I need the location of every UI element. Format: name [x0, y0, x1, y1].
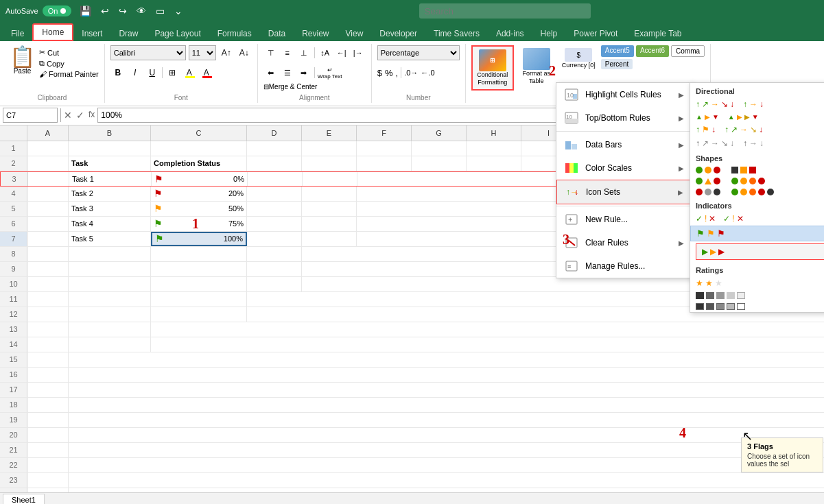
icon-row-shapes3[interactable]	[690, 187, 824, 197]
cell-e1[interactable]	[302, 141, 357, 156]
cell-a2[interactable]	[27, 156, 69, 171]
cell-d9[interactable]	[247, 262, 302, 276]
tab-power-pivot[interactable]: Power Pivot	[565, 26, 626, 41]
cell-a20[interactable]	[27, 428, 69, 442]
col-header-e[interactable]: E	[302, 125, 357, 141]
cell-b8[interactable]	[69, 247, 151, 261]
cell-a8[interactable]	[27, 247, 69, 261]
cell-d4[interactable]	[247, 187, 302, 201]
cell-a4[interactable]	[27, 187, 69, 201]
cell-g1[interactable]	[412, 141, 467, 156]
redo-button[interactable]: ↪	[116, 4, 130, 18]
icon-row-stars[interactable]: ★ ★ ★	[690, 276, 824, 290]
insert-function-icon[interactable]: fx	[89, 110, 95, 121]
paste-button[interactable]: 📋 Paste	[5, 45, 39, 76]
tab-add-ins[interactable]: Add-ins	[488, 26, 532, 41]
italic-button[interactable]: I	[128, 65, 143, 80]
tab-data[interactable]: Data	[260, 26, 294, 41]
cell-d5[interactable]	[247, 202, 302, 216]
highlight-cells-rules-item[interactable]: 10 Highlight Cells Rules ▶	[556, 83, 692, 106]
window-controls[interactable]: ▭	[153, 4, 167, 18]
tab-page-layout[interactable]: Page Layout	[146, 26, 209, 41]
cell-f1[interactable]	[357, 141, 412, 156]
number-format-select[interactable]: Percentage	[377, 45, 460, 60]
percent-style-button[interactable]: Percent	[601, 59, 633, 69]
cell-h1[interactable]	[467, 141, 521, 156]
autosave-toggle[interactable]: On	[43, 5, 72, 16]
currency-style-button[interactable]: $ Currency [0]	[559, 45, 598, 72]
cell-h2[interactable]	[467, 156, 521, 171]
cell-b12[interactable]	[69, 307, 151, 322]
icon-row-gray-arrows[interactable]: ↑ ↗ → ↘ ↓ ↑ → ↓	[690, 136, 824, 150]
text-direction-button[interactable]: ↕A	[318, 45, 333, 60]
cell-c10[interactable]	[151, 277, 247, 291]
cell-b7[interactable]: Task 5	[69, 232, 151, 246]
icon-row-shapes2[interactable]	[690, 176, 824, 187]
col-header-b[interactable]: B	[69, 125, 151, 141]
cell-a7[interactable]	[27, 232, 69, 246]
cell-b2[interactable]: Task	[69, 156, 151, 171]
align-top-button[interactable]: ⊤	[263, 45, 279, 60]
cell-d6[interactable]	[247, 217, 302, 231]
col-header-g[interactable]: G	[412, 125, 467, 141]
new-rule-item[interactable]: + New Rule...	[556, 208, 692, 231]
tab-view[interactable]: View	[338, 26, 372, 41]
cell-c4-flag[interactable]: ⚑ 20%	[151, 187, 247, 201]
format-painter-button[interactable]: 🖌 Format Painter	[39, 70, 99, 78]
cell-f2[interactable]	[357, 156, 412, 171]
sheet-tab[interactable]: Sheet1	[3, 494, 45, 504]
font-size-increase[interactable]: A↑	[219, 45, 234, 60]
cell-c7-flag[interactable]: ⚑ 100%	[151, 232, 247, 246]
clear-rules-item[interactable]: Clear Rules ▶	[556, 231, 692, 254]
cell-b13[interactable]	[69, 322, 151, 337]
accent6-button[interactable]: Accent6	[636, 45, 669, 57]
copy-button[interactable]: ⧉ Copy	[39, 59, 99, 68]
col-header-d[interactable]: D	[247, 125, 302, 141]
cell-reference[interactable]	[3, 108, 58, 123]
cell-b14[interactable]	[69, 337, 151, 352]
icon-row-arrows5[interactable]: ↑ ↗ → ↘ ↓ ↑ → ↓	[690, 97, 824, 111]
tab-review[interactable]: Review	[294, 26, 337, 41]
cell-c1[interactable]	[151, 141, 247, 156]
bold-button[interactable]: B	[110, 65, 126, 80]
cell-a5[interactable]	[27, 202, 69, 216]
align-right-button[interactable]: ➡	[296, 65, 311, 80]
accent5-button[interactable]: Accent5	[601, 45, 634, 57]
tab-example-tab[interactable]: Example Tab	[626, 26, 690, 41]
fill-color-button[interactable]: A	[182, 65, 197, 80]
cell-c6-flag[interactable]: ⚑ 75%	[151, 217, 247, 231]
cell-a11[interactable]	[27, 292, 69, 307]
cell-b6[interactable]: Task 4	[69, 217, 151, 231]
color-scales-item[interactable]: Color Scales ▶	[556, 156, 692, 180]
tab-help[interactable]: Help	[532, 26, 566, 41]
cell-b9[interactable]	[69, 262, 151, 276]
title-search[interactable]	[419, 3, 591, 19]
percent-button[interactable]: %	[385, 68, 393, 78]
cell-c3-flag[interactable]: ⚑ 0%	[152, 172, 248, 186]
cell-b11[interactable]	[69, 292, 151, 307]
font-color-button[interactable]: A	[199, 65, 214, 80]
confirm-formula-icon[interactable]: ✓	[76, 110, 84, 121]
tab-formulas[interactable]: Formulas	[209, 26, 260, 41]
save-button[interactable]: 💾	[77, 4, 94, 18]
align-bottom-button[interactable]: ⊥	[296, 45, 311, 60]
cell-a19[interactable]	[27, 413, 69, 427]
cell-a12[interactable]	[27, 307, 69, 322]
cell-e7[interactable]	[302, 232, 357, 246]
icon-row-triangles[interactable]: ▲ ▶ ▼ ▲ ▶ ▶ ▼	[690, 111, 824, 123]
conditional-formatting-button[interactable]: ⊞ Conditional Formatting	[471, 45, 514, 91]
col-header-f[interactable]: F	[357, 125, 412, 141]
cell-a6[interactable]	[27, 217, 69, 231]
cancel-formula-icon[interactable]: ✕	[64, 110, 72, 121]
tab-insert[interactable]: Insert	[73, 26, 110, 41]
col-header-c[interactable]: C	[151, 125, 247, 141]
align-middle-button[interactable]: ≡	[280, 45, 295, 60]
manage-rules-item[interactable]: ≡ Manage Rules...	[556, 254, 692, 278]
icon-sets-item[interactable]: ↑→↓ Icon Sets ▶	[556, 180, 692, 204]
cell-d10[interactable]	[247, 277, 302, 291]
underline-button[interactable]: U	[145, 65, 160, 80]
cell-d2[interactable]	[247, 156, 302, 171]
icon-row-boxes[interactable]	[690, 290, 824, 301]
decimal-increase-button[interactable]: .0→	[404, 69, 418, 77]
tab-draw[interactable]: Draw	[110, 26, 146, 41]
